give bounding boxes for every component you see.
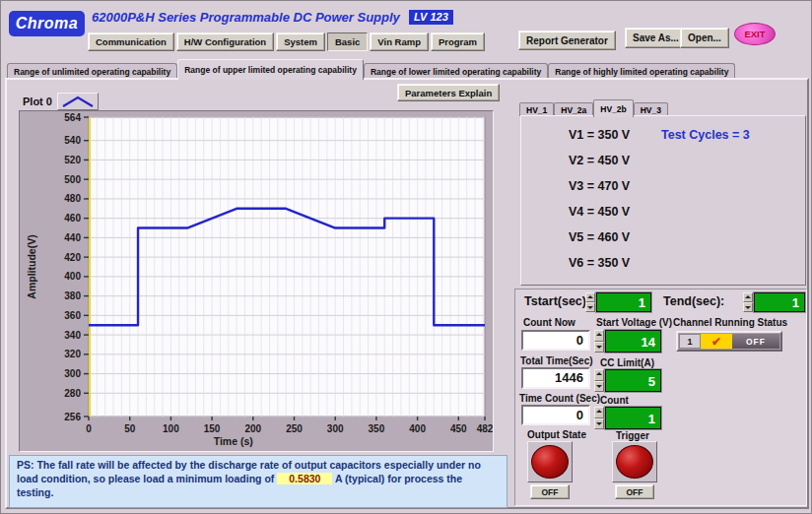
svg-text:540: 540 [64, 135, 81, 146]
svg-text:200: 200 [244, 423, 261, 434]
svg-text:564: 564 [64, 112, 81, 123]
open-button[interactable]: Open... [680, 28, 729, 48]
svg-text:440: 440 [64, 232, 81, 243]
waveform-chart: 2562803003203403603804004204404604805005… [20, 111, 493, 451]
tstart-field[interactable]: 1 [596, 292, 651, 312]
menu-communication[interactable]: Communication [88, 32, 174, 51]
svg-text:250: 250 [286, 423, 303, 434]
menu-h-w-configuration[interactable]: H/W Configuration [176, 32, 274, 51]
channel-running-status-label: Channel Running Status [673, 317, 787, 328]
app-window: Chroma 62000P&H Series Programmable DC P… [0, 0, 812, 514]
hv-tab-hv-2a[interactable]: HV_2a [554, 102, 593, 116]
svg-text:0: 0 [86, 423, 92, 434]
channel-running-status-widget[interactable]: 1 ✔ OFF [676, 331, 782, 352]
count-spinner[interactable] [594, 407, 604, 429]
hv-value-4: V4 = 450 V [569, 205, 630, 219]
cc-limit-field[interactable]: 5 [605, 369, 661, 392]
menu-system[interactable]: System [276, 32, 325, 51]
output-state-button[interactable] [531, 445, 569, 479]
tend-label: Tend(sec): [663, 294, 724, 308]
channel-number: 1 [679, 334, 701, 349]
svg-text:50: 50 [124, 423, 136, 434]
tab-range-of-lower-limited-operating-capability[interactable]: Range of lower limited operating capabil… [364, 63, 548, 79]
exit-button[interactable]: EXIT [734, 23, 776, 45]
hv-value-1: V1 = 350 V [569, 128, 630, 142]
tab-range-of-highly-limited-operating-capability[interactable]: Range of highly limited operating capabi… [548, 63, 735, 79]
svg-text:400: 400 [64, 271, 81, 282]
hv-value-3: V3 = 470 V [569, 179, 630, 193]
menu-bar: CommunicationH/W ConfigurationSystemBasi… [88, 32, 485, 51]
save-as-button[interactable]: Save As... [625, 28, 687, 48]
hv-value-6: V6 = 350 V [569, 256, 630, 270]
hv-tab-hv-3[interactable]: HV_3 [634, 102, 668, 116]
cc-limit-label: CC Limit(A) [600, 357, 654, 368]
time-count-label: Time Count (Sec) [519, 393, 600, 404]
plot-legend-label: Plot 0 [23, 96, 52, 107]
svg-text:482: 482 [477, 423, 493, 434]
svg-text:Time (s): Time (s) [214, 435, 253, 447]
svg-text:300: 300 [327, 423, 344, 434]
report-generator-button[interactable]: Report Generator [518, 31, 616, 50]
start-voltage-label: Start Voltage (V) [596, 317, 672, 328]
tend-spinner[interactable] [743, 292, 753, 312]
trigger-button[interactable] [616, 445, 653, 479]
chroma-logo: Chroma [9, 11, 85, 36]
output-state-label: Output State [527, 429, 586, 440]
svg-text:320: 320 [64, 349, 81, 359]
plot-legend-style-box[interactable] [57, 93, 99, 110]
test-cycles-label: Test Cycles = 3 [661, 128, 750, 142]
svg-text:340: 340 [64, 330, 81, 341]
svg-text:420: 420 [64, 252, 81, 263]
output-state-plate [527, 441, 573, 482]
parameters-explain-button[interactable]: Parameters Explain [397, 84, 500, 101]
start-voltage-field[interactable]: 14 [605, 330, 661, 353]
trigger-off-button[interactable]: OFF [615, 484, 654, 499]
tstart-spinner[interactable] [585, 292, 595, 312]
svg-text:460: 460 [64, 213, 81, 224]
total-time-field: 1446 [521, 367, 590, 389]
trigger-label: Trigger [616, 430, 649, 441]
count-field[interactable]: 1 [605, 407, 661, 429]
channel-check-icon: ✔ [701, 334, 732, 349]
hv-tab-hv-1[interactable]: HV_1 [519, 102, 554, 116]
hv-value-5: V5 = 460 V [569, 230, 630, 244]
start-voltage-spinner[interactable] [594, 330, 604, 353]
menu-basic[interactable]: Basic [327, 32, 368, 51]
svg-text:500: 500 [64, 174, 81, 185]
tab-range-of-upper-limited-operating-capability[interactable]: Range of upper limited operating capabil… [177, 59, 364, 80]
svg-text:480: 480 [64, 193, 81, 204]
svg-text:520: 520 [64, 155, 81, 165]
menu-vin-ramp[interactable]: Vin Ramp [370, 32, 429, 51]
tend-field[interactable]: 1 [754, 292, 805, 312]
svg-text:300: 300 [64, 368, 81, 379]
total-time-label: Total Time(Sec) [520, 355, 593, 366]
lv-version-badge: LV 123 [409, 10, 453, 25]
tab-range-of-unlimited-operating-capability[interactable]: Range of unlimited operating capability [7, 63, 177, 79]
control-panel: Tstart(sec): 1 Tend(sec): 1 Count Now 0 … [514, 289, 807, 506]
note-loading-value: 0.5830 [277, 473, 332, 484]
hv-values-panel: Test Cycles = 3 V1 = 350 VV2 = 450 VV3 =… [520, 115, 806, 286]
cc-limit-spinner[interactable] [594, 369, 604, 392]
ps-note: PS: The fall rate will be affected by th… [9, 455, 508, 508]
svg-text:100: 100 [163, 423, 179, 434]
range-tab-bar: Range of unlimited operating capabilityR… [7, 59, 735, 79]
time-count-field: 0 [521, 405, 590, 425]
count-now-label: Count Now [523, 317, 575, 328]
line-style-icon [60, 95, 96, 108]
count-now-field: 0 [521, 330, 590, 351]
hv-tab-hv-2b[interactable]: HV_2b [593, 99, 633, 117]
svg-text:280: 280 [64, 388, 81, 399]
output-state-off-button[interactable]: OFF [530, 484, 570, 499]
svg-text:360: 360 [64, 310, 81, 321]
count-label: Count [600, 395, 629, 406]
trigger-plate [612, 441, 657, 482]
menu-program[interactable]: Program [431, 32, 485, 51]
svg-text:380: 380 [64, 290, 81, 301]
app-title: 62000P&H Series Programmable DC Power Su… [92, 10, 400, 25]
svg-text:256: 256 [64, 412, 81, 422]
hv-tab-bar: HV_1HV_2aHV_2bHV_3 [519, 98, 668, 116]
svg-text:Amplitude(V): Amplitude(V) [26, 234, 37, 298]
svg-text:400: 400 [409, 423, 426, 434]
channel-state: OFF [732, 334, 779, 349]
svg-text:150: 150 [204, 423, 221, 434]
